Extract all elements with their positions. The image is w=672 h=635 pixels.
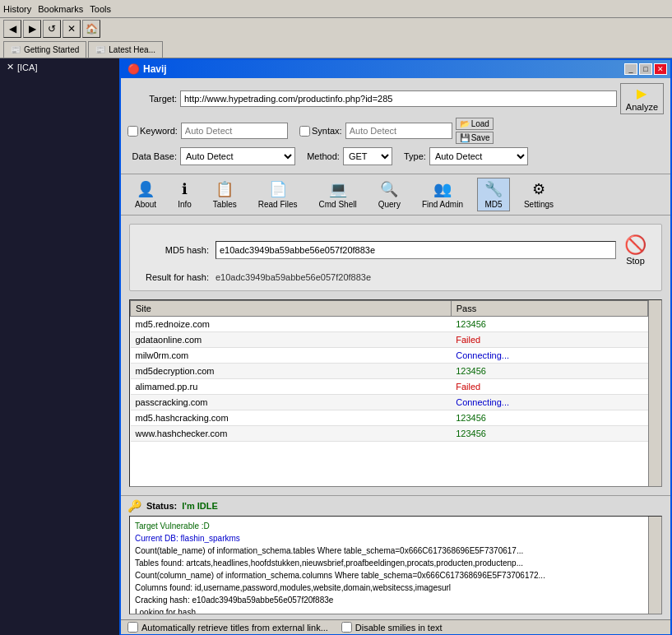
tab-icon: 📰: [95, 45, 105, 54]
save-label: Save: [471, 133, 490, 142]
log-line: Current DB: flashin_sparkms: [135, 532, 656, 545]
title-bar: 🔴 Havij _ □ ✕: [121, 60, 670, 78]
save-button[interactable]: 💾 Save: [456, 132, 494, 144]
toolbar-query[interactable]: 🔍 Query: [371, 178, 408, 211]
bookmarks-menu[interactable]: Bookmarks: [38, 4, 83, 14]
history-menu[interactable]: History: [3, 4, 31, 14]
load-save-area: 📂 Load 💾 Save: [456, 118, 494, 144]
result-row: Result for hash: e10adc3949ba59abbe56e05…: [143, 272, 648, 282]
close-button[interactable]: ✕: [654, 63, 667, 75]
col-pass: Pass: [451, 301, 647, 317]
forward-button[interactable]: ▶: [23, 20, 41, 38]
home-button[interactable]: 🏠: [82, 20, 100, 38]
tab-getting-started[interactable]: 📰 Getting Started: [3, 41, 86, 58]
find-admin-label: Find Admin: [422, 200, 463, 209]
side-panel: ✕ [ICA]: [0, 58, 119, 635]
cmd-shell-label: Cmd Shell: [319, 200, 357, 209]
havij-window: 🔴 Havij _ □ ✕ Target: ▶ Analyze: [119, 58, 672, 635]
syntax-checkbox-label: Syntax:: [299, 126, 342, 137]
status-label: Status:: [146, 501, 177, 511]
toolbar-info[interactable]: ℹ Info: [170, 178, 199, 211]
toolbar-read-files[interactable]: 📄 Read Files: [251, 178, 305, 211]
table-row: gdataonline.comFailed: [131, 332, 648, 348]
database-select[interactable]: Auto Detect: [180, 147, 295, 165]
target-input[interactable]: [180, 90, 617, 107]
toolbar-tables[interactable]: 📋 Tables: [206, 178, 244, 211]
syntax-checkbox[interactable]: [299, 126, 310, 137]
sites-table: Site Pass md5.rednoize.com123456gdataonl…: [130, 300, 648, 442]
table-scrollbar[interactable]: [648, 300, 661, 486]
taskbar: History Bookmarks Tools: [0, 0, 672, 18]
info-label: Info: [178, 200, 192, 209]
site-cell: md5decryption.com: [131, 364, 452, 379]
window-title: Havij: [143, 63, 167, 75]
analyze-icon: ▶: [637, 86, 647, 101]
syntax-label: Syntax:: [312, 126, 342, 136]
maximize-button[interactable]: □: [639, 63, 652, 75]
bottom-bar: Automatically retrieve titles from exter…: [121, 619, 670, 634]
tab-latest-head[interactable]: 📰 Latest Hea...: [88, 41, 163, 58]
pass-cell: 123456: [451, 364, 647, 379]
title-bar-title: 🔴 Havij: [127, 63, 167, 75]
load-button[interactable]: 📂 Load: [456, 118, 494, 130]
close-icon: ✕: [7, 62, 14, 72]
toolbar: 👤 About ℹ Info 📋 Tables 📄 Read Files 💻: [121, 174, 670, 216]
checkbox2[interactable]: [341, 622, 352, 633]
stop-nav-button[interactable]: ✕: [63, 20, 81, 38]
table-row: md5.rednoize.com123456: [131, 317, 648, 332]
toolbar-md5[interactable]: 🔧 MD5: [477, 178, 510, 211]
browser-chrome: ◀ ▶ ↺ ✕ 🏠 📰 Getting Started 📰 Latest Hea…: [0, 18, 672, 58]
reload-button[interactable]: ↺: [43, 20, 61, 38]
log-scrollbar[interactable]: [648, 517, 661, 614]
table-row: www.hashchecker.com123456: [131, 426, 648, 442]
checkbox1[interactable]: [127, 622, 138, 633]
sites-table-container: Site Pass md5.rednoize.com123456gdataonl…: [129, 299, 662, 487]
pass-cell: 123456: [451, 317, 647, 332]
find-admin-icon: 👥: [433, 180, 452, 198]
save-icon: 💾: [460, 133, 470, 142]
settings-label: Settings: [524, 200, 554, 209]
log-line: Target Vulnerable :D: [135, 520, 656, 532]
analyze-button[interactable]: ▶ Analyze: [620, 83, 664, 114]
syntax-input[interactable]: [345, 123, 452, 139]
log-area: Target Vulnerable :DCurrent DB: flashin_…: [129, 516, 662, 614]
toolbar-cmd-shell[interactable]: 💻 Cmd Shell: [312, 178, 364, 211]
side-panel-close[interactable]: ✕ [ICA]: [0, 58, 119, 76]
pass-cell: 123456: [451, 426, 647, 442]
tools-menu[interactable]: Tools: [90, 4, 111, 14]
tables-icon: 📋: [216, 180, 234, 198]
method-label: Method:: [307, 151, 340, 161]
toolbar-settings[interactable]: ⚙ Settings: [517, 178, 561, 211]
result-label: Result for hash:: [143, 272, 209, 282]
md5-hash-label: MD5 hash:: [143, 245, 209, 255]
md5-hash-input[interactable]: [216, 241, 616, 259]
pass-cell: 123456: [451, 410, 647, 426]
toolbar-about[interactable]: 👤 About: [127, 178, 164, 211]
keyword-input[interactable]: [181, 123, 288, 139]
table-row: md5.hashcracking.com123456: [131, 410, 648, 426]
checkbox2-text: Disable smilies in text: [355, 623, 443, 633]
site-cell: md5.hashcracking.com: [131, 410, 452, 426]
minimize-button[interactable]: _: [624, 63, 637, 75]
database-row: Data Base: Auto Detect Method: GET Type:…: [127, 147, 664, 165]
status-bar: 🔑 Status: I'm IDLE: [121, 495, 670, 516]
load-icon: 📂: [460, 119, 470, 128]
main-area: 🔴 Havij _ □ ✕ Target: ▶ Analyze: [119, 58, 672, 635]
table-row: alimamed.pp.ruFailed: [131, 379, 648, 395]
back-button[interactable]: ◀: [3, 20, 21, 38]
log-line: Count(column_name) of information_schema…: [135, 569, 656, 582]
keyword-label: Keyword:: [140, 126, 178, 136]
stop-button[interactable]: 🚫 Stop: [623, 233, 648, 267]
table-scroll[interactable]: Site Pass md5.rednoize.com123456gdataonl…: [130, 300, 648, 486]
keyword-checkbox[interactable]: [127, 126, 138, 137]
method-select[interactable]: GET: [343, 147, 392, 165]
log-content: Target Vulnerable :DCurrent DB: flashin_…: [130, 517, 661, 614]
settings-icon: ⚙: [532, 180, 545, 198]
content-panel: MD5 hash: 🚫 Stop Result for hash: e10adc…: [121, 216, 670, 634]
md5-panel: MD5 hash: 🚫 Stop Result for hash: e10adc…: [129, 224, 662, 291]
checkbox1-text: Automatically retrieve titles from exter…: [141, 623, 328, 633]
table-row: md5decryption.com123456: [131, 364, 648, 379]
type-select[interactable]: Auto Detect: [429, 147, 528, 165]
result-value: e10adc3949ba59abbe56e057f20f883e: [216, 272, 371, 282]
toolbar-find-admin[interactable]: 👥 Find Admin: [415, 178, 470, 211]
